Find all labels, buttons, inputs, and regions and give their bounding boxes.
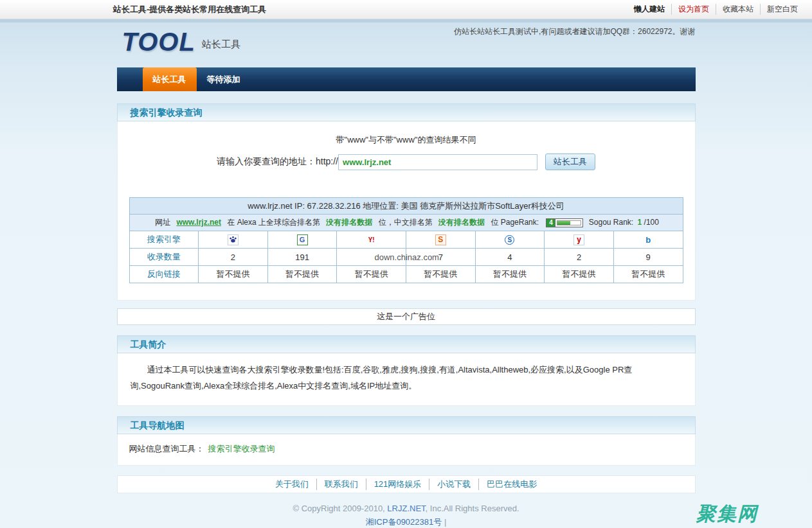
section-header-intro: 工具简介 — [117, 335, 696, 353]
engine-cell-sogou: S — [406, 231, 476, 249]
link-new-blank-page[interactable]: 新空白页 — [760, 4, 804, 15]
tab-webmaster-tools[interactable]: 站长工具 — [143, 67, 197, 91]
row-label-backlinks: 反向链接 — [129, 266, 199, 283]
query-result-panel: 带"www"与不带"www"的查询结果不同 请输入你要查询的地址：http://… — [117, 121, 696, 301]
count-soso: 4 — [475, 249, 545, 266]
pagerank-bar — [557, 220, 581, 225]
intro-panel: 通过本工具可以快速查询各大搜索引擎收录数量!包括:百度,谷歌,雅虎,搜狗,搜搜,… — [117, 353, 696, 406]
icp-link[interactable]: 湘ICP备09022381号 — [366, 517, 442, 527]
backlink-soso: 暂不提供 — [475, 266, 545, 283]
tab-pending[interactable]: 等待添加 — [197, 67, 251, 91]
backlink-baidu: 暂不提供 — [199, 266, 268, 283]
site-logo[interactable]: TOOL 站长工具 — [122, 29, 240, 55]
copyright-prefix: © CopyRight 2009-2010, — [293, 504, 387, 513]
engine-cell-youdao: y — [545, 231, 614, 249]
backlink-sogou: 暂不提供 — [406, 266, 476, 283]
section-header-toolmap: 工具导航地图 — [117, 416, 696, 434]
sogou-rank-label: Sogou Rank: — [589, 218, 633, 227]
engine-cell-bing: b — [613, 231, 683, 249]
alexa-mid1: 在 Alexa 上全球综合排名第 — [227, 218, 320, 227]
pagerank-badge: 4 — [546, 218, 583, 227]
yahoo-icon: Y! — [366, 234, 377, 245]
alexa-mid2: 位，中文排名第 — [379, 218, 433, 227]
top-bar-links: 懒人建站 设为首页 收藏本站 新空白页 — [627, 4, 804, 15]
qq-notice: 仿站长站站长工具测试中,有问题或者建议请加QQ群：26022972。谢谢 — [454, 26, 695, 37]
footer-links: 关于我们 联系我们 121网络娱乐 小说下载 巴巴在线电影 — [117, 475, 696, 493]
lrjz-link[interactable]: LRJZ.NET — [387, 504, 425, 513]
juji-watermark: 聚集网 — [696, 501, 758, 527]
footer-link-121-entertainment[interactable]: 121网络娱乐 — [366, 479, 429, 490]
url-input[interactable] — [338, 154, 537, 170]
alexa-info-cell: 网址 www.lrjz.net 在 Alexa 上全球综合排名第 没有排名数据 … — [129, 215, 683, 231]
top-bar: 站长工具-提供各类站长常用在线查询工具 懒人建站 设为首页 收藏本站 新空白页 — [0, 0, 812, 19]
copyright-line: © CopyRight 2009-2010, LRJZ.NET, Inc.All… — [117, 502, 696, 516]
icp-line: 湘ICP备09022381号 | — [117, 516, 696, 528]
copyright-block: © CopyRight 2009-2010, LRJZ.NET, Inc.All… — [117, 502, 696, 528]
logo-text: TOOL — [122, 29, 195, 55]
engine-cell-baidu — [199, 231, 268, 249]
queried-url-link[interactable]: www.lrjz.net — [176, 218, 221, 227]
footer-link-baba-movies[interactable]: 巴巴在线电影 — [478, 479, 545, 490]
footer-link-about[interactable]: 关于我们 — [267, 479, 316, 490]
result-table: www.lrjz.net IP: 67.228.32.216 地理位置: 美国 … — [129, 197, 683, 283]
count-baidu: 2 — [199, 249, 268, 266]
link-lazy-build[interactable]: 懒人建站 — [627, 4, 671, 15]
backlink-bing: 暂不提供 — [613, 266, 683, 283]
row-label-engines: 搜索引擎 — [129, 231, 199, 249]
count-google: 191 — [267, 249, 337, 266]
alexa-no-data-global: 没有排名数据 — [326, 218, 372, 227]
backlink-google: 暂不提供 — [267, 266, 337, 283]
count-bing: 9 — [613, 249, 683, 266]
page-title: 站长工具-提供各类站长常用在线查询工具 — [113, 4, 266, 15]
google-icon: G — [297, 234, 308, 245]
sogou-icon: S — [435, 234, 446, 245]
alexa-no-data-cn: 没有排名数据 — [438, 218, 485, 227]
intro-text: 通过本工具可以快速查询各大搜索引擎收录数量!包括:百度,谷歌,雅虎,搜狗,搜搜,… — [131, 362, 682, 394]
icp-divider: | — [444, 517, 446, 527]
backlink-youdao: 暂不提供 — [545, 266, 614, 283]
toolmap-link-inclusion-query[interactable]: 搜索引擎收录查询 — [208, 444, 275, 453]
section-header-query: 搜索引擎收录查询 — [117, 103, 696, 121]
ad-placeholder: 这是一个广告位 — [117, 308, 696, 325]
row-label-counts: 收录数量 — [129, 249, 199, 266]
toolmap-label: 网站信息查询工具： — [129, 444, 204, 453]
soso-icon: S — [505, 235, 514, 245]
site-header: TOOL 站长工具 仿站长站站长工具测试中,有问题或者建议请加QQ群：26022… — [117, 22, 696, 67]
link-bookmark-site[interactable]: 收藏本站 — [716, 4, 760, 15]
youdao-icon: y — [573, 234, 584, 245]
query-label: 请输入你要查询的地址：http:// — [217, 156, 338, 168]
alexa-prefix: 网址 — [155, 218, 170, 227]
pagerank-value: 4 — [546, 219, 555, 227]
baidu-icon — [228, 234, 239, 245]
alexa-mid3: 位 PageRank: — [491, 218, 539, 227]
footer-link-contact[interactable]: 联系我们 — [316, 479, 366, 490]
backlink-yahoo: 暂不提供 — [337, 266, 406, 283]
query-note: 带"www"与不带"www"的查询结果不同 — [118, 134, 695, 146]
bing-icon: b — [643, 234, 654, 245]
engine-cell-yahoo: Y! — [337, 231, 406, 249]
toolmap-panel: 网站信息查询工具：搜索引擎收录查询 — [117, 434, 696, 466]
engine-cell-soso: S — [475, 231, 545, 249]
chinaz-watermark: down.chinaz.com — [375, 252, 439, 262]
main-nav: 站长工具 等待添加 — [117, 67, 696, 91]
copyright-suffix: , Inc.All Rights Reserved. — [426, 504, 519, 513]
sogou-rank-value: 1 — [638, 218, 642, 227]
count-youdao: 2 — [545, 249, 614, 266]
ip-info-cell: www.lrjz.net IP: 67.228.32.216 地理位置: 美国 … — [129, 198, 683, 215]
query-row: 请输入你要查询的地址：http:// 站长工具 — [118, 154, 695, 170]
engine-cell-google: G — [267, 231, 337, 249]
link-set-homepage[interactable]: 设为首页 — [671, 4, 716, 15]
footer-link-novel-download[interactable]: 小说下载 — [429, 479, 478, 490]
sogou-rank-total: /100 — [644, 218, 659, 227]
query-submit-button[interactable]: 站长工具 — [545, 154, 595, 170]
logo-label: 站长工具 — [202, 39, 240, 51]
